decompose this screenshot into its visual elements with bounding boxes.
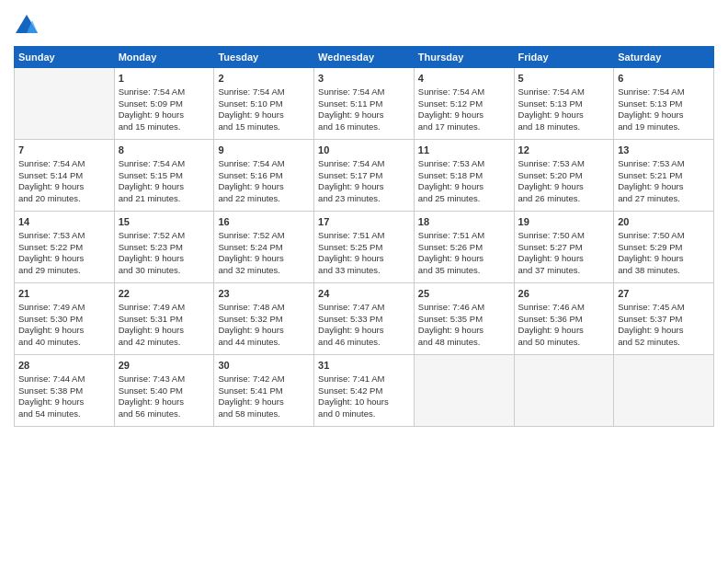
day-info: Sunset: 5:31 PM (119, 314, 210, 326)
day-info: Daylight: 9 hours (518, 109, 610, 121)
day-header-tuesday: Tuesday (214, 47, 314, 68)
day-info: Daylight: 9 hours (18, 396, 110, 408)
day-info: Sunrise: 7:54 AM (618, 86, 710, 98)
day-info: Sunrise: 7:54 AM (18, 158, 110, 170)
day-number: 21 (18, 287, 110, 301)
day-info: Daylight: 9 hours (618, 253, 710, 265)
day-info: and 56 minutes. (119, 408, 210, 420)
day-number: 20 (618, 215, 710, 229)
day-header-wednesday: Wednesday (314, 47, 415, 68)
day-info: and 33 minutes. (318, 265, 410, 277)
day-info: and 18 minutes. (518, 121, 610, 133)
day-info: and 22 minutes. (218, 193, 310, 205)
day-info: and 52 minutes. (618, 337, 710, 349)
day-info: and 21 minutes. (119, 193, 210, 205)
calendar-cell: 17Sunrise: 7:51 AMSunset: 5:25 PMDayligh… (314, 212, 415, 283)
day-info: Sunrise: 7:54 AM (119, 86, 210, 98)
day-number: 13 (618, 144, 710, 157)
day-info: and 38 minutes. (618, 265, 710, 277)
calendar-cell: 31Sunrise: 7:41 AMSunset: 5:42 PMDayligh… (314, 355, 415, 427)
day-header-thursday: Thursday (414, 47, 514, 68)
day-header-monday: Monday (114, 47, 214, 68)
day-number: 11 (418, 144, 510, 157)
header (14, 9, 714, 39)
day-info: Sunset: 5:10 PM (218, 98, 310, 110)
day-info: Sunset: 5:29 PM (618, 242, 710, 254)
day-number: 31 (318, 359, 410, 373)
day-info: Daylight: 9 hours (618, 109, 710, 121)
calendar-cell: 21Sunrise: 7:49 AMSunset: 5:30 PMDayligh… (15, 283, 115, 355)
day-number: 8 (119, 144, 210, 157)
calendar-cell: 20Sunrise: 7:50 AMSunset: 5:29 PMDayligh… (614, 212, 714, 283)
page: SundayMondayTuesdayWednesdayThursdayFrid… (0, 0, 728, 563)
day-info: Sunrise: 7:54 AM (218, 86, 310, 98)
day-info: and 29 minutes. (18, 265, 110, 277)
day-number: 30 (218, 359, 310, 373)
day-number: 16 (218, 215, 310, 229)
calendar-cell: 6Sunrise: 7:54 AMSunset: 5:13 PMDaylight… (614, 68, 714, 140)
day-number: 23 (218, 287, 310, 301)
week-row-3: 14Sunrise: 7:53 AMSunset: 5:22 PMDayligh… (15, 212, 714, 283)
calendar-cell: 9Sunrise: 7:54 AMSunset: 5:16 PMDaylight… (214, 140, 314, 212)
day-info: Sunset: 5:23 PM (119, 242, 210, 254)
day-info: Sunrise: 7:52 AM (218, 230, 310, 242)
day-info: and 54 minutes. (18, 408, 110, 420)
calendar-cell: 19Sunrise: 7:50 AMSunset: 5:27 PMDayligh… (514, 212, 614, 283)
day-number: 26 (518, 287, 610, 301)
week-row-2: 7Sunrise: 7:54 AMSunset: 5:14 PMDaylight… (15, 140, 714, 212)
day-info: Sunrise: 7:49 AM (119, 302, 210, 314)
calendar-cell (614, 355, 714, 427)
day-info: Sunrise: 7:51 AM (318, 230, 410, 242)
day-info: Sunset: 5:24 PM (218, 242, 310, 254)
day-number: 15 (119, 215, 210, 229)
day-info: Daylight: 9 hours (218, 109, 310, 121)
day-number: 24 (318, 287, 410, 301)
day-number: 17 (318, 215, 410, 229)
calendar-cell: 27Sunrise: 7:45 AMSunset: 5:37 PMDayligh… (614, 283, 714, 355)
day-info: Sunrise: 7:54 AM (418, 86, 510, 98)
day-header-friday: Friday (514, 47, 614, 68)
calendar-cell: 12Sunrise: 7:53 AMSunset: 5:20 PMDayligh… (514, 140, 614, 212)
calendar-cell: 22Sunrise: 7:49 AMSunset: 5:31 PMDayligh… (114, 283, 214, 355)
calendar-cell (15, 68, 115, 140)
day-info: and 48 minutes. (418, 337, 510, 349)
day-header-saturday: Saturday (614, 47, 714, 68)
day-info: and 27 minutes. (618, 193, 710, 205)
day-info: and 37 minutes. (518, 265, 610, 277)
week-row-1: 1Sunrise: 7:54 AMSunset: 5:09 PMDaylight… (15, 68, 714, 140)
day-info: and 30 minutes. (119, 265, 210, 277)
day-info: Sunset: 5:18 PM (418, 170, 510, 182)
calendar-table: SundayMondayTuesdayWednesdayThursdayFrid… (14, 46, 714, 427)
day-info: and 46 minutes. (318, 337, 410, 349)
day-number: 28 (18, 359, 110, 373)
day-info: Daylight: 9 hours (518, 253, 610, 265)
day-number: 19 (518, 215, 610, 229)
calendar-cell (414, 355, 514, 427)
logo-icon (14, 13, 40, 39)
day-info: Sunset: 5:27 PM (518, 242, 610, 254)
day-info: Daylight: 9 hours (119, 325, 210, 337)
calendar-cell: 1Sunrise: 7:54 AMSunset: 5:09 PMDaylight… (114, 68, 214, 140)
day-info: Daylight: 9 hours (518, 181, 610, 193)
day-info: Sunrise: 7:45 AM (618, 302, 710, 314)
day-info: Daylight: 9 hours (18, 325, 110, 337)
calendar-cell: 26Sunrise: 7:46 AMSunset: 5:36 PMDayligh… (514, 283, 614, 355)
day-info: Sunrise: 7:42 AM (218, 373, 310, 385)
day-info: and 32 minutes. (218, 265, 310, 277)
day-info: and 16 minutes. (318, 121, 410, 133)
day-info: and 58 minutes. (218, 408, 310, 420)
day-info: Sunrise: 7:43 AM (119, 373, 210, 385)
day-info: Daylight: 9 hours (119, 181, 210, 193)
day-info: Sunrise: 7:53 AM (18, 230, 110, 242)
day-info: Sunrise: 7:51 AM (418, 230, 510, 242)
week-row-5: 28Sunrise: 7:44 AMSunset: 5:38 PMDayligh… (15, 355, 714, 427)
day-info: Daylight: 10 hours (318, 396, 410, 408)
day-number: 7 (18, 144, 110, 157)
calendar-cell: 13Sunrise: 7:53 AMSunset: 5:21 PMDayligh… (614, 140, 714, 212)
day-number: 10 (318, 144, 410, 157)
day-info: Sunset: 5:14 PM (18, 170, 110, 182)
day-info: Daylight: 9 hours (318, 181, 410, 193)
day-info: Sunset: 5:21 PM (618, 170, 710, 182)
day-info: Sunset: 5:38 PM (18, 385, 110, 397)
day-number: 3 (318, 72, 410, 86)
